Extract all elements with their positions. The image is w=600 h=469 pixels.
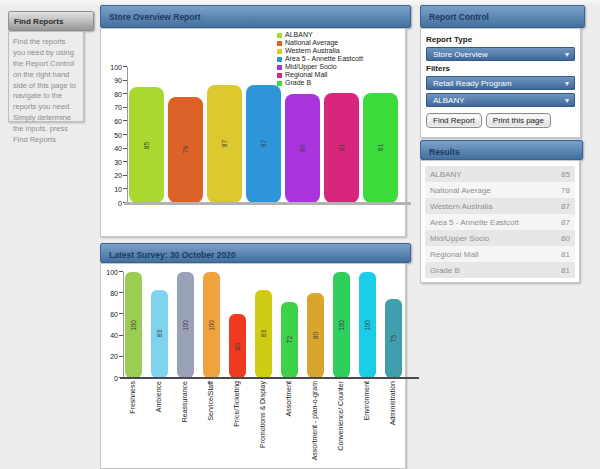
find-reports-panel: Find the reports you need by using the R…	[8, 31, 84, 122]
chevron-down-icon: ▾	[565, 94, 569, 107]
bar-value-label: 72	[286, 336, 293, 343]
legend-item: Area 5 - Annette Eastcott	[277, 55, 363, 63]
y-axis-tick: 40	[114, 144, 122, 153]
chart-bar: 100	[177, 272, 194, 378]
report-type-value: Store Overview	[433, 50, 488, 59]
bar-value-label: 83	[260, 330, 267, 337]
latest-survey-chart: 100831001006083728010010075 020406080100…	[105, 272, 405, 469]
result-label: Area 5 - Annette Eastcott	[430, 218, 519, 227]
filter-store-select[interactable]: ALBANY ▾	[426, 93, 575, 107]
chart-bar: 87	[207, 85, 242, 203]
store-overview-title: Store Overview Report	[109, 12, 201, 22]
chart-bar: 83	[151, 290, 168, 378]
chart-bar: 75	[385, 299, 402, 379]
bar-value-label: 100	[208, 320, 215, 331]
legend-swatch-icon	[277, 81, 282, 86]
print-page-button[interactable]: Print this page	[486, 113, 551, 128]
y-axis-tick-mark	[119, 356, 123, 357]
y-axis-tick-mark	[119, 313, 123, 314]
chart-bar: 100	[125, 272, 142, 378]
y-axis-tick: 50	[114, 131, 122, 140]
result-value: 85	[561, 170, 570, 179]
y-axis-tick: 70	[114, 103, 122, 112]
x-axis-line	[120, 377, 419, 379]
latest-survey-plot-area: 100831001006083728010010075 020406080100	[123, 272, 403, 378]
chart-legend: ALBANYNational AverageWestern AustraliaA…	[277, 31, 363, 87]
legend-label: Mid/Upper Socio	[285, 63, 337, 71]
y-axis-tick-mark	[119, 271, 123, 272]
find-reports-title: Find Reports	[14, 17, 63, 26]
legend-item: Grade B	[277, 79, 363, 87]
legend-label: Grade B	[285, 79, 311, 87]
bar-group: 85788787808181	[129, 85, 398, 203]
y-axis-tick-mark	[123, 134, 127, 135]
legend-swatch-icon	[277, 49, 282, 54]
bar-value-label: 80	[299, 145, 306, 152]
store-overview-plot-area: 85788787808181 ALBANYNational AverageWes…	[127, 67, 399, 203]
y-axis-tick-mark	[123, 80, 127, 81]
result-row: Western Australia87	[425, 198, 575, 214]
chart-bar: 81	[363, 93, 398, 203]
y-axis-tick-mark	[123, 66, 127, 67]
x-axis-line	[124, 202, 411, 205]
find-reports-panel-header: Find Reports	[8, 11, 94, 31]
find-report-button[interactable]: Find Report	[426, 113, 482, 128]
x-axis-label: Ambience	[150, 381, 167, 469]
chart-bar: 100	[333, 272, 350, 378]
y-axis-tick-mark	[123, 175, 127, 176]
results-panel: ALBANY85National Average78Western Austra…	[420, 160, 580, 283]
y-axis-tick-mark	[119, 335, 123, 336]
bar-value-label: 87	[221, 140, 228, 147]
results-title: Results	[429, 147, 460, 157]
filter-program-select[interactable]: Retail Ready Program ▾	[426, 76, 575, 90]
report-control-title: Report Control	[429, 12, 489, 22]
legend-item: Mid/Upper Socio	[277, 63, 363, 71]
result-label: National Average	[430, 186, 491, 195]
result-value: 80	[561, 234, 570, 243]
chart-bar: 81	[324, 93, 359, 203]
store-overview-panel-header: Store Overview Report	[100, 5, 411, 28]
result-value: 87	[561, 218, 570, 227]
result-row: National Average78	[425, 182, 575, 198]
legend-item: National Average	[277, 39, 363, 47]
chart-bar: 60	[229, 314, 246, 378]
legend-label: Area 5 - Annette Eastcott	[285, 55, 363, 63]
bar-value-label: 100	[182, 320, 189, 331]
result-row: ALBANY85	[425, 166, 575, 182]
latest-survey-panel: 100831001006083728010010075 020406080100…	[100, 263, 406, 469]
x-axis-label: Service/Staff	[202, 381, 219, 469]
filters-label: Filters	[426, 64, 575, 73]
y-axis-tick: 100	[106, 268, 118, 277]
result-label: Western Australia	[430, 202, 493, 211]
latest-survey-panel-header: Latest Survey: 30 October 2020	[100, 243, 411, 263]
y-axis-tick: 30	[114, 158, 122, 167]
chart-bar: 72	[281, 302, 298, 378]
result-row: Grade B81	[425, 262, 575, 278]
report-control-panel-header: Report Control	[420, 5, 585, 28]
store-overview-chart: 85788787808181 ALBANYNational AverageWes…	[105, 67, 405, 203]
results-table: ALBANY85National Average78Western Austra…	[425, 166, 575, 278]
y-axis-tick-mark	[123, 148, 127, 149]
result-value: 81	[561, 250, 570, 259]
bar-value-label: 78	[182, 146, 189, 153]
chart-bar: 100	[203, 272, 220, 378]
chart-bar: 80	[307, 293, 324, 378]
legend-item: Western Australia	[277, 47, 363, 55]
legend-item: ALBANY	[277, 31, 363, 39]
y-axis-tick: 90	[114, 76, 122, 85]
filter-program-value: Retail Ready Program	[433, 79, 512, 88]
x-axis-label: Reassurance	[176, 381, 193, 469]
bar-value-label: 100	[364, 320, 371, 331]
y-axis-tick: 60	[114, 117, 122, 126]
result-row: Regional Mall81	[425, 246, 575, 262]
result-label: Regional Mall	[430, 250, 478, 259]
bar-value-label: 60	[234, 343, 241, 350]
result-label: Grade B	[430, 266, 460, 275]
report-type-select[interactable]: Store Overview ▾	[426, 47, 575, 61]
legend-swatch-icon	[277, 57, 282, 62]
y-axis-tick: 100	[110, 63, 122, 72]
y-axis-tick-mark	[123, 161, 127, 162]
chart-bar: 85	[129, 87, 164, 203]
bar-group: 100831001006083728010010075	[125, 272, 402, 378]
chart-bar: 83	[255, 290, 272, 378]
